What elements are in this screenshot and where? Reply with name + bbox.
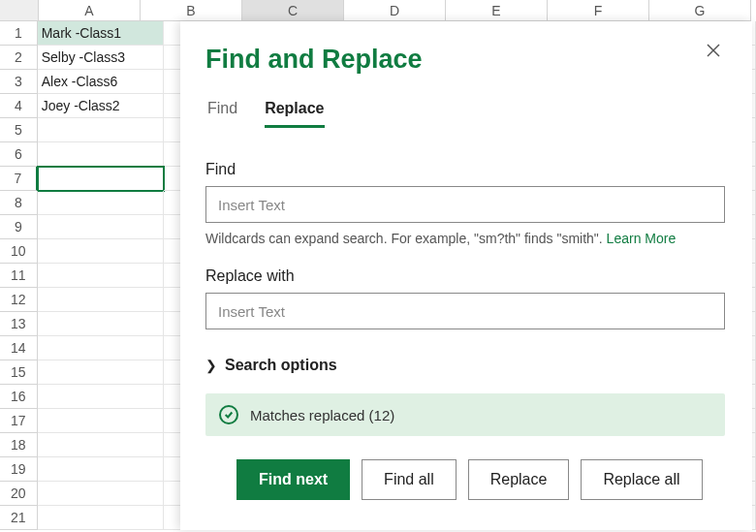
chevron-right-icon: ❯ [205, 358, 217, 373]
cell[interactable] [38, 482, 165, 506]
cell[interactable] [38, 336, 165, 360]
dialog-tabs: Find Replace [205, 100, 725, 128]
cell[interactable] [38, 312, 165, 336]
cell[interactable] [38, 506, 165, 530]
dialog-buttons: Find next Find all Replace Replace all [205, 459, 725, 500]
column-headers: A B C D E F G [0, 0, 756, 21]
cell[interactable] [38, 167, 165, 191]
find-input[interactable] [205, 186, 725, 223]
cell[interactable] [38, 385, 165, 409]
cell[interactable] [38, 457, 165, 482]
find-replace-dialog: Find and Replace Find Replace Find Wildc… [180, 21, 752, 530]
row-header[interactable]: 19 [0, 457, 38, 482]
status-banner: Matches replaced (12) [205, 393, 725, 436]
find-field-label: Find [205, 161, 725, 178]
row-header[interactable]: 21 [0, 506, 38, 530]
row-header[interactable]: 1 [0, 21, 38, 46]
row-header[interactable]: 9 [0, 215, 38, 239]
cell[interactable] [38, 409, 165, 433]
wildcard-hint: Wildcards can expand search. For example… [205, 231, 725, 246]
cell[interactable] [38, 142, 165, 167]
cell[interactable] [38, 288, 165, 312]
row-header[interactable]: 17 [0, 409, 38, 433]
find-next-button[interactable]: Find next [236, 459, 350, 500]
row-header[interactable]: 14 [0, 336, 38, 360]
cell[interactable] [38, 118, 165, 142]
col-header-E[interactable]: E [446, 0, 548, 21]
row-header[interactable]: 2 [0, 46, 38, 70]
row-header[interactable]: 5 [0, 118, 38, 142]
row-header[interactable]: 16 [0, 385, 38, 409]
dialog-title: Find and Replace [205, 45, 725, 75]
row-header[interactable]: 13 [0, 312, 38, 336]
col-header-F[interactable]: F [548, 0, 649, 21]
col-header-B[interactable]: B [141, 0, 242, 21]
cell[interactable] [38, 191, 165, 215]
tab-find[interactable]: Find [207, 100, 237, 128]
row-header[interactable]: 4 [0, 94, 38, 118]
row-header[interactable]: 10 [0, 239, 38, 264]
check-circle-icon [219, 405, 238, 424]
row-header[interactable]: 12 [0, 288, 38, 312]
col-header-C[interactable]: C [242, 0, 344, 21]
status-text: Matches replaced (12) [250, 407, 394, 423]
search-options-label: Search options [225, 357, 337, 374]
learn-more-link[interactable]: Learn More [607, 231, 677, 246]
col-header-G[interactable]: G [649, 0, 751, 21]
cell[interactable]: Alex -Class6 [38, 70, 165, 94]
row-header[interactable]: 11 [0, 264, 38, 288]
replace-input[interactable] [205, 293, 725, 329]
row-header[interactable]: 7 [0, 167, 38, 191]
cell[interactable]: Joey -Class2 [38, 94, 165, 118]
row-header[interactable]: 6 [0, 142, 38, 167]
row-header[interactable]: 8 [0, 191, 38, 215]
search-options-toggle[interactable]: ❯ Search options [205, 357, 725, 374]
cell[interactable]: Mark -Class1 [38, 21, 165, 46]
tab-replace[interactable]: Replace [265, 100, 324, 128]
replace-field-label: Replace with [205, 267, 725, 285]
replace-all-button[interactable]: Replace all [581, 459, 702, 500]
cell[interactable] [38, 215, 165, 239]
select-all-corner[interactable] [0, 0, 39, 21]
hint-text: Wildcards can expand search. For example… [205, 231, 607, 246]
row-header[interactable]: 20 [0, 482, 38, 506]
cell[interactable] [38, 360, 165, 385]
replace-button[interactable]: Replace [468, 459, 570, 500]
row-header[interactable]: 15 [0, 360, 38, 385]
cell[interactable] [38, 433, 165, 457]
find-all-button[interactable]: Find all [362, 459, 457, 500]
cell[interactable] [38, 239, 165, 264]
row-header[interactable]: 18 [0, 433, 38, 457]
col-header-A[interactable]: A [39, 0, 141, 21]
cell[interactable]: Selby -Class3 [38, 46, 165, 70]
cell[interactable] [38, 264, 165, 288]
close-icon[interactable] [706, 43, 729, 66]
col-header-D[interactable]: D [344, 0, 446, 21]
row-header[interactable]: 3 [0, 70, 38, 94]
